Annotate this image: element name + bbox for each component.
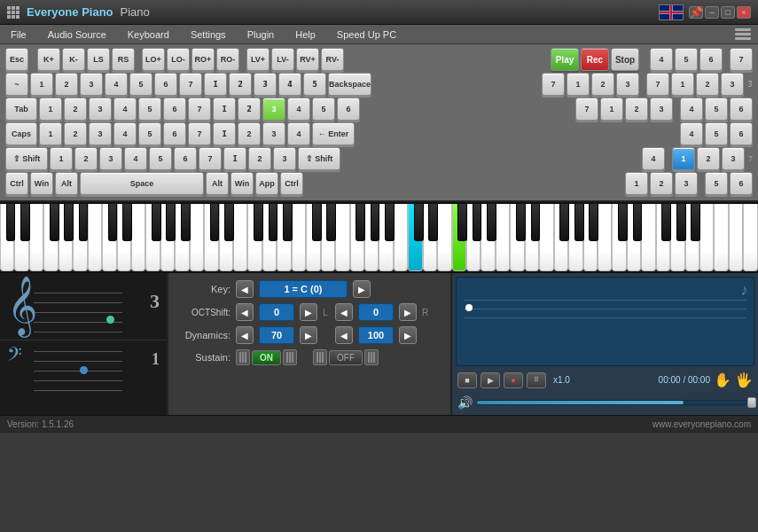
key-q4[interactable]: 4 [113,98,137,121]
stop-button[interactable]: Stop [611,48,639,71]
key-caps[interactable]: Caps [5,122,37,145]
piano-black-key-35[interactable] [516,204,526,241]
key-lvminus[interactable]: LV- [271,48,294,71]
piano-black-key-14[interactable] [210,204,220,241]
transport-record-button[interactable]: ● [504,372,523,388]
key-nr4d[interactable]: 4 [642,147,665,170]
key-nr6b[interactable]: 6 [730,98,753,121]
key-z3b[interactable]: 3 [273,147,296,170]
key-nr4c[interactable]: 4 [680,122,703,145]
key-a5[interactable]: 5 [138,122,161,145]
key-a1b[interactable]: 1̈ [213,122,236,145]
piano-black-key-18[interactable] [269,204,278,241]
piano-black-key-28[interactable] [414,204,424,241]
menu-audiosource[interactable]: Audio Source [44,27,110,42]
key-ralt[interactable]: Alt [206,172,229,195]
piano-black-key-8[interactable] [122,204,132,241]
rec-button[interactable]: Rec [581,48,609,71]
key-3[interactable]: 3 [80,73,103,96]
sustain-off-button[interactable]: OFF [329,350,363,365]
key-left-button[interactable]: ◀ [236,280,254,298]
key-z1b[interactable]: 1̈ [223,147,246,170]
key-nr3c[interactable]: 3 [650,98,673,121]
key-q5b[interactable]: 5 [312,98,335,121]
hand-blue-icon[interactable]: 🖐 [735,372,753,388]
key-lvplus[interactable]: LV+ [246,48,270,71]
piano-black-key-0[interactable] [6,204,16,241]
key-esc[interactable]: Esc [5,48,28,71]
piano-black-key-45[interactable] [661,204,671,241]
piano-white-key-50[interactable] [729,204,743,271]
transport-stop-button[interactable]: ■ [457,372,477,388]
hand-yellow-icon[interactable]: ✋ [714,372,731,388]
key-q5[interactable]: 5 [138,98,161,121]
dyn-left-right-button[interactable]: ▶ [300,326,317,344]
key-space[interactable]: Space [80,172,204,195]
key-z7[interactable]: 7 [199,147,222,170]
progress-handle[interactable] [465,304,473,311]
key-enter[interactable]: ← Enter [312,122,355,145]
key-nr3e[interactable]: 3 [675,172,698,195]
piano-black-key-31[interactable] [457,204,467,241]
key-z1[interactable]: 1 [50,147,73,170]
key-num3a[interactable]: 3 [616,73,639,96]
key-z2b[interactable]: 2 [248,147,271,170]
piano-black-key-1[interactable] [20,204,30,241]
key-a3[interactable]: 3 [89,122,112,145]
dyn-left-left-button[interactable]: ◀ [236,326,254,344]
menu-speedup[interactable]: Speed Up PC [333,27,400,42]
menu-settings[interactable]: Settings [187,27,230,42]
key-q6[interactable]: 6 [163,98,186,121]
key-1[interactable]: 1 [30,73,53,96]
key-nr5e[interactable]: 5 [705,172,728,195]
play-button[interactable]: Play [551,48,579,71]
key-num7c[interactable]: 7 [646,73,669,96]
key-num1b[interactable]: 1 [671,73,694,96]
key-q6b[interactable]: 6 [337,98,360,121]
key-a7[interactable]: 7 [188,122,211,145]
key-5b[interactable]: 5̈ [303,73,326,96]
oct-right-right-button[interactable]: ▶ [399,303,417,321]
piano-white-key-16[interactable] [233,204,247,271]
key-a4[interactable]: 4 [113,122,137,145]
key-num1a[interactable]: 1 [567,73,590,96]
piano-black-key-46[interactable] [676,204,686,241]
menu-file[interactable]: File [7,27,30,42]
key-7[interactable]: 7 [179,73,202,96]
key-app[interactable]: App [255,172,278,195]
key-nr2c[interactable]: 2 [625,98,648,121]
key-4b[interactable]: 4̈ [278,73,301,96]
key-num4[interactable]: 4 [650,48,673,71]
key-rwin[interactable]: Win [231,172,254,195]
key-nr3d[interactable]: 3 [722,147,745,170]
piano-white-key-27[interactable] [394,204,408,271]
menu-plugin[interactable]: Plugin [244,27,278,42]
piano-white-key-34[interactable] [496,204,510,271]
piano-black-key-21[interactable] [312,204,322,241]
key-q3b[interactable]: 3 [262,98,285,121]
piano-white-key-30[interactable] [437,204,451,271]
piano-white-key-20[interactable] [292,204,306,271]
key-q2b[interactable]: 2̈ [238,98,261,121]
key-q1b[interactable]: 1̈ [213,98,236,121]
key-rs[interactable]: RS [112,48,135,71]
key-rominus[interactable]: RO- [216,48,239,71]
key-a2b[interactable]: 2 [238,122,261,145]
pin-button[interactable]: 📌 [689,6,703,19]
key-num6[interactable]: 6 [699,48,723,71]
piano-black-key-38[interactable] [559,204,569,241]
key-6[interactable]: 6 [154,73,177,96]
key-rvminus[interactable]: RV- [321,48,344,71]
piano-white-key-49[interactable] [714,204,728,271]
key-nr1c[interactable]: 1 [600,98,623,121]
key-right-button[interactable]: ▶ [353,280,371,298]
key-num2b[interactable]: 2 [696,73,719,96]
piano-black-key-7[interactable] [108,204,118,241]
piano-black-key-42[interactable] [618,204,628,241]
key-a4b[interactable]: 4 [287,122,310,145]
key-backspace[interactable]: Backspace [328,73,371,96]
piano-black-key-19[interactable] [283,204,293,241]
key-5[interactable]: 5 [129,73,152,96]
piano-black-key-40[interactable] [589,204,598,241]
piano-white-key-9[interactable] [131,204,145,271]
